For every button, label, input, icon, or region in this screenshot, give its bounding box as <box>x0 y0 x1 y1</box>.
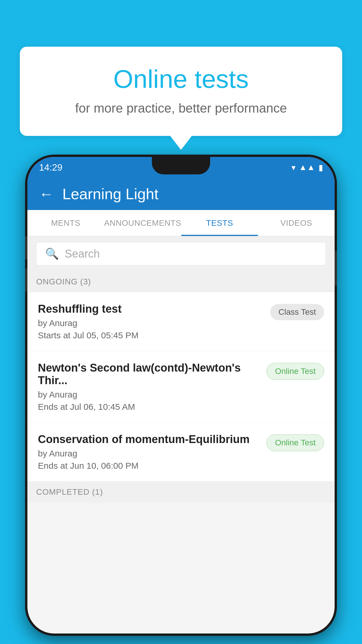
back-button[interactable]: ← <box>39 186 54 202</box>
tab-bar: MENTS ANNOUNCEMENTS TESTS VIDEOS <box>27 210 335 236</box>
test-badge-2: Online Test <box>266 363 324 380</box>
search-container: 🔍 Search <box>27 236 335 271</box>
speech-bubble: Online tests for more practice, better p… <box>20 47 342 136</box>
test-badge-1: Class Test <box>270 304 324 320</box>
status-time: 14:29 <box>39 162 62 173</box>
test-info-1: Reshuffling test by Anurag Starts at Jul… <box>38 303 264 340</box>
tab-videos[interactable]: VIDEOS <box>258 210 335 236</box>
test-time-2: Ends at Jul 06, 10:45 AM <box>38 402 261 412</box>
section-completed-header: COMPLETED (1) <box>27 482 335 503</box>
vol-up-button <box>25 236 27 260</box>
test-name-2: Newton's Second law(contd)-Newton's Thir… <box>38 362 261 387</box>
test-by-1: by Anurag <box>38 318 264 328</box>
phone-screen: 14:29 ▾ ▲▲ ▮ ← Learning Light MENTS ANNO… <box>27 157 335 634</box>
test-name-1: Reshuffling test <box>38 303 264 315</box>
signal-icon: ▲▲ <box>299 163 315 172</box>
test-badge-3: Online Test <box>266 434 324 451</box>
search-bar[interactable]: 🔍 Search <box>36 242 326 265</box>
test-list: Reshuffling test by Anurag Starts at Jul… <box>27 292 335 482</box>
test-time-1: Starts at Jul 05, 05:45 PM <box>38 330 264 340</box>
app-header: ← Learning Light <box>27 178 335 210</box>
test-by-3: by Anurag <box>38 449 261 459</box>
app-title: Learning Light <box>62 185 159 203</box>
test-time-3: Ends at Jun 10, 06:00 PM <box>38 461 261 471</box>
test-info-3: Conservation of momentum-Equilibrium by … <box>38 433 261 471</box>
vol-down-button <box>25 268 27 292</box>
search-icon: 🔍 <box>45 247 59 260</box>
bubble-title: Online tests <box>43 64 319 94</box>
bubble-subtitle: for more practice, better performance <box>43 101 319 116</box>
test-item-3[interactable]: Conservation of momentum-Equilibrium by … <box>27 423 335 482</box>
power-button <box>335 251 337 286</box>
phone-frame: 14:29 ▾ ▲▲ ▮ ← Learning Light MENTS ANNO… <box>25 155 337 636</box>
status-icons: ▾ ▲▲ ▮ <box>291 163 323 172</box>
tab-announcements[interactable]: ANNOUNCEMENTS <box>104 210 181 236</box>
tab-tests[interactable]: TESTS <box>181 210 258 236</box>
test-info-2: Newton's Second law(contd)-Newton's Thir… <box>38 362 261 412</box>
phone-notch <box>152 157 210 174</box>
wifi-icon: ▾ <box>291 163 296 172</box>
test-item-2[interactable]: Newton's Second law(contd)-Newton's Thir… <box>27 351 335 423</box>
test-by-2: by Anurag <box>38 390 261 400</box>
test-name-3: Conservation of momentum-Equilibrium <box>38 433 261 446</box>
battery-icon: ▮ <box>319 163 323 172</box>
test-item-1[interactable]: Reshuffling test by Anurag Starts at Jul… <box>27 292 335 351</box>
search-input[interactable]: Search <box>65 248 100 260</box>
section-ongoing-header: ONGOING (3) <box>27 271 335 292</box>
tab-assignments[interactable]: MENTS <box>27 210 104 236</box>
